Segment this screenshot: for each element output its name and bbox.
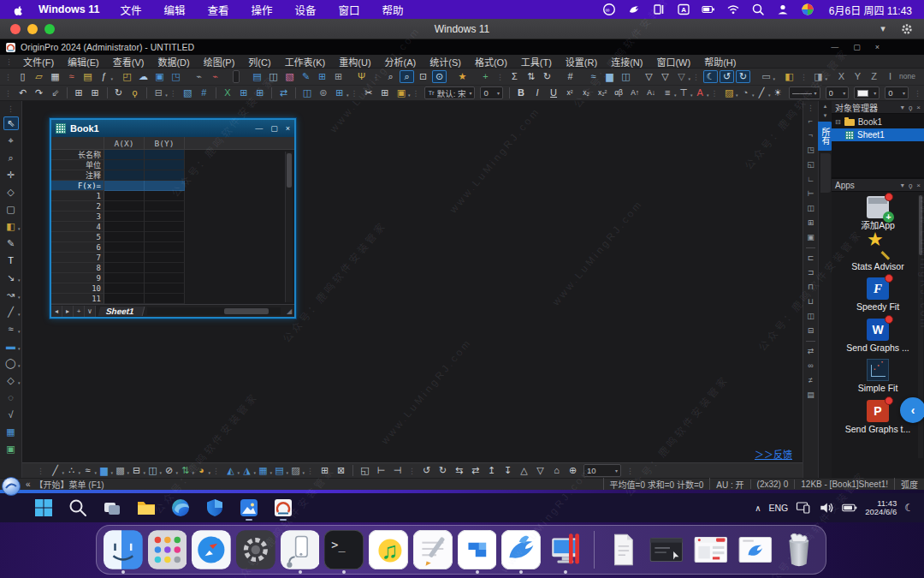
grid-cell[interactable] [145,253,185,263]
transparency-combo[interactable]: 0▾ [885,86,909,99]
media-app[interactable] [236,495,262,521]
text-tool[interactable]: T [3,253,19,267]
focus-moon-icon[interactable]: ☾ [904,502,914,514]
sheet-tab[interactable]: Sheet1 [98,307,145,316]
set-as-x-column[interactable]: X [220,86,234,99]
prev-sheet-button[interactable]: ◂ [51,306,62,317]
set-as-y[interactable]: Y [850,70,865,83]
origin-titlebar[interactable]: OriginPro 2024 (Administrator) - UNTITLE… [0,39,924,55]
task-view-button[interactable] [99,495,125,521]
app-item[interactable]: Stats Advisor [832,237,924,272]
box-chart[interactable]: ⊟▾ [129,464,144,477]
export-graph[interactable]: ▧ [282,70,297,83]
shrink-3d[interactable]: ▽ [533,464,548,477]
selection-tool[interactable]: ▢ [3,202,19,216]
auto-update-on[interactable]: ↺ [720,70,734,83]
freehand-region-tool[interactable]: ◌ [3,390,19,404]
menu-列(C)[interactable]: 列(C) [241,55,277,69]
stretch-3d[interactable]: △ [517,464,531,477]
reset-rotation[interactable]: ⌂ [549,464,564,477]
contour-plot[interactable]: ▦▾ [256,464,270,477]
align-left-edges[interactable]: ⊏ [805,253,817,264]
set-as-none[interactable]: none [899,70,914,83]
menu-窗口(W)[interactable]: 窗口(W) [649,55,697,69]
column-plot[interactable]: ▆▾ [97,464,111,477]
tree-item-Sheet1[interactable]: Sheet1 [832,128,924,141]
plot-multi-gadget[interactable]: ◫ [619,70,633,83]
insert-notes[interactable]: ▣ [3,442,19,456]
fill-color[interactable]: ▨▾ [722,86,737,99]
save-as[interactable]: ◳ [169,70,183,83]
user-icon[interactable] [776,3,790,16]
new-workbook[interactable]: ▦ [48,70,62,83]
corner-cell[interactable] [51,137,104,149]
insert-row-below[interactable]: ⊞ [88,86,103,99]
duplicate-sheet[interactable]: ⊞▾ [332,86,346,99]
zoom-in-tool[interactable]: ⌕ [3,151,19,164]
font-color[interactable]: A▾ [693,86,708,99]
grid-cell[interactable] [145,222,185,232]
parallels-icon[interactable] [652,3,666,16]
scroll-down-icon[interactable]: ▾ [824,112,827,119]
polyline-tool[interactable]: ≈▾ [3,322,19,336]
tree-item-Book1[interactable]: ⊟Book1 [832,116,924,128]
layer-bottom-x[interactable]: ∟ [805,174,817,185]
print[interactable]: ▤ [250,70,264,83]
plot-column-gadget[interactable]: ▆ [602,70,617,83]
new-project[interactable]: ▯ [15,70,30,83]
chevron-down-icon[interactable]: ▾ [876,22,890,36]
merge-graphs[interactable]: ⊞ [317,464,332,477]
apps-tab-所有[interactable]: 所有 [818,122,832,151]
menu-数据(D)[interactable]: 数据(D) [151,55,196,69]
spotlight-icon[interactable] [751,3,765,16]
insert-equation[interactable]: √ [3,408,19,421]
layer-properties[interactable]: ▤ [805,390,817,401]
paste[interactable]: ▣▾ [394,86,408,99]
trash[interactable] [779,530,819,569]
back-chevrons[interactable]: « [26,480,31,489]
increase-elevation[interactable]: ↥ [484,464,499,477]
merge-cells[interactable]: ◫ [299,86,314,99]
macos-menu-查看[interactable]: 查看 [207,2,228,18]
expander-icon[interactable]: ⊟ [835,118,841,126]
terminal[interactable]: >_ [324,530,364,569]
copy-page[interactable]: ⊞ [331,70,346,83]
grid-cell[interactable] [104,232,145,242]
next-sheet-button[interactable]: ▸ [62,306,74,317]
sheet-list-button[interactable]: ∨ [85,306,96,317]
link-layers[interactable]: ∞ [805,361,817,372]
close-icon[interactable]: × [916,182,921,189]
new-folder[interactable]: ▱ [32,70,46,83]
filter-clear[interactable]: ▽▾ [674,70,689,83]
menu-帮助(H)[interactable]: 帮助(H) [697,55,743,69]
pointer-tool[interactable]: ⇖ [3,116,19,130]
grid-cell[interactable] [145,263,185,273]
docs-app[interactable] [458,530,497,569]
extract-graphs[interactable]: ⊠ [334,464,348,477]
grid-cell[interactable] [145,294,185,304]
align-left[interactable]: ≡▾ [660,86,675,99]
finder[interactable] [104,530,143,569]
insert-row-above[interactable]: ⊞ [72,86,86,99]
unlink-layers[interactable]: ≠ [805,375,817,386]
add-inset-with-data[interactable]: ◱ [805,159,817,170]
creative-cloud-icon[interactable]: ∞ [602,3,616,16]
row-label[interactable]: 8 [51,263,104,273]
screen-reader-tool[interactable]: ⌖ [3,134,19,147]
heatmap-plot[interactable]: ▤▾ [272,464,287,477]
battery-icon[interactable] [842,500,857,515]
rotation-step-combo[interactable]: 10▾ [583,464,621,477]
arrow-tool[interactable]: ↘▾ [3,271,19,284]
device-assistant[interactable] [281,530,320,569]
statistics-on-columns[interactable]: Σ [507,70,522,83]
notes[interactable] [413,530,453,569]
surface-3d[interactable]: ◮▾ [240,464,254,477]
apps-panel-header[interactable]: Apps ▾ϙ× [832,179,924,192]
minimized-window-1[interactable] [603,530,643,569]
scale-in-tool[interactable]: ◇ [3,185,19,199]
row-label[interactable]: 10 [51,283,104,294]
origin-app[interactable] [270,495,296,521]
line-style-combo[interactable]: ———▾ [789,86,820,99]
pin-icon[interactable]: ϙ [909,104,912,111]
apple-logo-icon[interactable] [12,3,25,16]
